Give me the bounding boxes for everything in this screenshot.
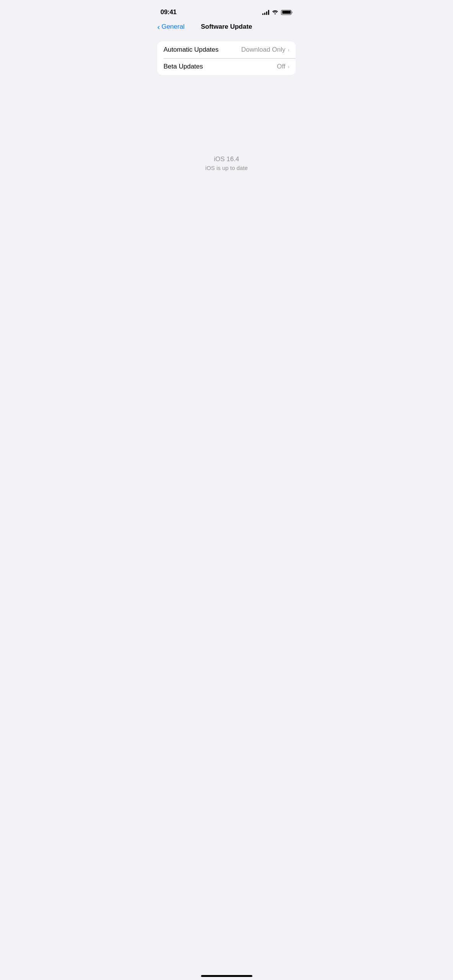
beta-updates-value-text: Off xyxy=(277,63,285,70)
status-icons xyxy=(262,10,293,15)
back-chevron-icon: ‹ xyxy=(157,23,160,31)
automatic-updates-label: Automatic Updates xyxy=(164,46,219,54)
settings-group: Automatic Updates Download Only › Beta U… xyxy=(157,41,296,75)
beta-updates-chevron-icon: › xyxy=(288,64,289,70)
signal-icon xyxy=(262,10,269,15)
battery-icon xyxy=(281,10,293,15)
beta-updates-value: Off › xyxy=(277,63,289,70)
back-label: General xyxy=(162,23,185,31)
nav-bar: ‹ General Software Update xyxy=(151,19,302,35)
automatic-updates-value-text: Download Only xyxy=(241,46,285,54)
beta-updates-row[interactable]: Beta Updates Off › xyxy=(157,58,296,75)
page-title: Software Update xyxy=(201,23,252,31)
wifi-icon xyxy=(272,10,278,15)
main-content: Automatic Updates Download Only › Beta U… xyxy=(151,35,302,75)
ios-status-text: iOS is up to date xyxy=(151,165,302,171)
automatic-updates-row[interactable]: Automatic Updates Download Only › xyxy=(157,41,296,58)
automatic-updates-value: Download Only › xyxy=(241,46,289,54)
page-container: 09:41 xyxy=(151,0,302,326)
ios-status-container: iOS 16.4 iOS is up to date xyxy=(151,155,302,171)
status-bar: 09:41 xyxy=(151,0,302,19)
beta-updates-label: Beta Updates xyxy=(164,63,203,70)
back-button[interactable]: ‹ General xyxy=(157,23,185,31)
status-time: 09:41 xyxy=(160,8,177,16)
ios-version: iOS 16.4 xyxy=(151,155,302,163)
automatic-updates-chevron-icon: › xyxy=(288,47,289,53)
